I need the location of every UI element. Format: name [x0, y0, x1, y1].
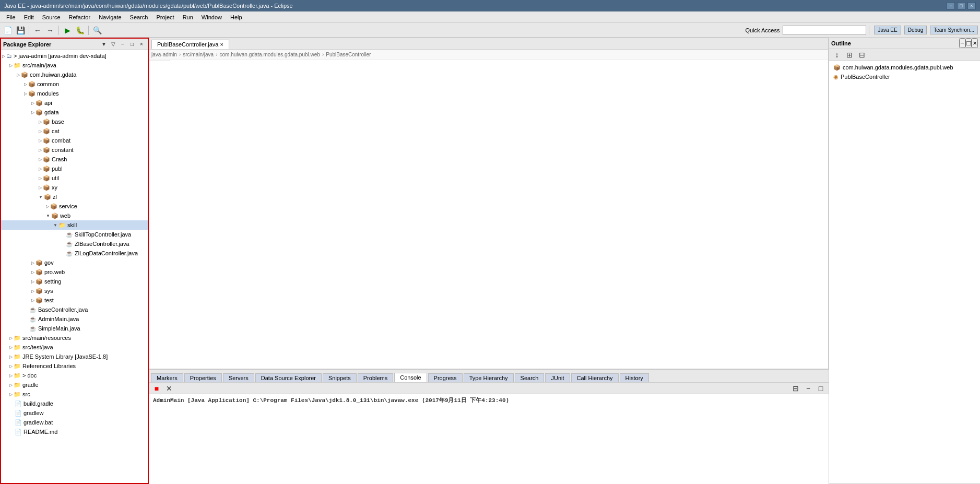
menu-project[interactable]: Project	[152, 13, 178, 21]
tree-item[interactable]: ▷📁Referenced Libraries	[1, 361, 148, 371]
tree-item[interactable]: 📄gradlew	[1, 408, 148, 418]
tree-item[interactable]: 📄build.gradle	[1, 399, 148, 408]
tree-item[interactable]: ☕ZlLogDataController.java	[1, 249, 148, 258]
tree-item[interactable]: ▷📦xy	[1, 183, 148, 192]
debug-perspective[interactable]: Debug	[904, 26, 927, 34]
java-ee-perspective[interactable]: Java EE	[874, 26, 901, 34]
tree-item[interactable]: ▼📁skill	[1, 220, 148, 230]
pe-collapse-btn[interactable]: ▼	[100, 40, 108, 49]
tree-item[interactable]: ▷🗂> java-admin [java-admin dev-xdata]	[1, 51, 148, 61]
tree-item[interactable]: ▷📦setting	[1, 277, 148, 286]
outline-sort-btn[interactable]: ↕	[831, 49, 843, 61]
tab-progress[interactable]: Progress	[428, 373, 463, 382]
tab-data-source-explorer[interactable]: Data Source Explorer	[255, 373, 322, 382]
tree-item[interactable]: ☕SimpleMain.java	[1, 324, 148, 333]
tab-markers[interactable]: Markers	[151, 373, 183, 382]
tree-item[interactable]: ▷📦service	[1, 202, 148, 211]
breadcrumb-src[interactable]: src/main/java	[183, 52, 214, 57]
team-sync-perspective[interactable]: Team Synchron...	[930, 26, 978, 34]
editor-tab-publbasecontroller[interactable]: PublBaseController.java ×	[151, 40, 229, 49]
pe-min-btn[interactable]: −	[119, 40, 127, 49]
clear-console-button[interactable]: ✕	[163, 383, 175, 394]
tab-type-hierarchy[interactable]: Type Hierarchy	[464, 373, 514, 382]
tree-item[interactable]: ▷📁gradle	[1, 380, 148, 389]
tree-item[interactable]: ▷📁src/main/java	[1, 61, 148, 70]
tab-servers[interactable]: Servers	[223, 373, 254, 382]
forward-button[interactable]: →	[44, 25, 56, 36]
tree-item[interactable]: ▷📦sys	[1, 286, 148, 296]
tree-item[interactable]: ☕BaseController.java	[1, 305, 148, 314]
tab-history[interactable]: History	[620, 373, 649, 382]
back-button[interactable]: ←	[32, 25, 43, 36]
tab-console[interactable]: Console	[394, 373, 427, 382]
outline-class[interactable]: ◉ PublBaseController	[831, 72, 978, 81]
menu-search[interactable]: Search	[126, 13, 152, 21]
tree-item[interactable]: ▷📦constant	[1, 145, 148, 155]
breadcrumb-java-admin[interactable]: java-admin	[151, 52, 177, 57]
tab-junit[interactable]: JUnit	[545, 373, 570, 382]
outline-filter-btn[interactable]: ⊞	[844, 49, 855, 61]
tree-item[interactable]: ▷📦common	[1, 79, 148, 89]
outline-collapse-btn[interactable]: ⊟	[856, 49, 868, 61]
tree-item[interactable]: ▼📦web	[1, 211, 148, 220]
breadcrumb-class[interactable]: PublBaseController	[326, 52, 371, 57]
tab-snippets[interactable]: Snippets	[323, 373, 357, 382]
tree-item[interactable]: ▷📦pro.web	[1, 267, 148, 277]
tree-item[interactable]: 📄gradlew.bat	[1, 418, 148, 427]
tree-item[interactable]: ☕ZlBaseController.java	[1, 239, 148, 249]
tab-properties[interactable]: Properties	[184, 373, 222, 382]
tree-item[interactable]: ▷📁src/main/resources	[1, 333, 148, 343]
tree-item[interactable]: ▷📦modules	[1, 89, 148, 98]
code-area[interactable]	[171, 60, 828, 62]
tree-item[interactable]: ▷📦cat	[1, 126, 148, 136]
close-button[interactable]: ×	[967, 2, 976, 9]
tree-item[interactable]: ▷📦com.huiwan.gdata	[1, 70, 148, 79]
run-button[interactable]: ▶	[62, 25, 73, 36]
tree-item[interactable]: ▷📦util	[1, 173, 148, 183]
outline-min-btn[interactable]: −	[959, 38, 965, 48]
menu-run[interactable]: Run	[179, 13, 197, 21]
quick-access-input[interactable]	[783, 26, 866, 35]
tab-call-hierarchy[interactable]: Call Hierarchy	[571, 373, 619, 382]
editor-content[interactable]	[149, 60, 828, 369]
pe-menu-btn[interactable]: ▽	[109, 40, 117, 49]
tree-item[interactable]: ▷📦gov	[1, 258, 148, 267]
menu-help[interactable]: Help	[226, 13, 246, 21]
console-min-button[interactable]: −	[802, 383, 814, 394]
menu-window[interactable]: Window	[197, 13, 226, 21]
stop-button[interactable]: ■	[151, 383, 162, 394]
menu-refactor[interactable]: Refactor	[65, 13, 95, 21]
tree-item[interactable]: ▼📦zl	[1, 192, 148, 202]
search-btn[interactable]: 🔍	[91, 25, 103, 36]
minimize-button[interactable]: −	[947, 2, 955, 9]
debug-button[interactable]: 🐛	[74, 25, 86, 36]
tree-item[interactable]: ☕SkillTopController.java	[1, 230, 148, 239]
tree-item[interactable]: ▷📦api	[1, 98, 148, 108]
tree-item[interactable]: ▷📁> doc	[1, 371, 148, 380]
tree-item[interactable]: ▷📁JRE System Library [JavaSE-1.8]	[1, 352, 148, 361]
menu-file[interactable]: File	[2, 13, 20, 21]
tree-item[interactable]: ▷📦gdata	[1, 108, 148, 117]
tree-item[interactable]: ▷📁src/test/java	[1, 343, 148, 352]
menu-edit[interactable]: Edit	[20, 13, 38, 21]
maximize-button[interactable]: □	[957, 2, 965, 9]
tree-item[interactable]: ▷📦Crash	[1, 155, 148, 164]
pe-max-btn[interactable]: □	[128, 40, 136, 49]
console-options-button[interactable]: ⊟	[790, 383, 801, 394]
menu-source[interactable]: Source	[38, 13, 65, 21]
breadcrumb-package[interactable]: com.huiwan.gdata.modules.gdata.publ.web	[220, 52, 320, 57]
tree-item[interactable]: 📄README.md	[1, 427, 148, 436]
tree-item[interactable]: ▷📦test	[1, 296, 148, 305]
pe-close-btn[interactable]: ×	[137, 40, 146, 49]
console-max-button[interactable]: □	[815, 383, 826, 394]
new-button[interactable]: 📄	[2, 25, 14, 36]
menu-navigate[interactable]: Navigate	[95, 13, 125, 21]
tree-item[interactable]: ▷📦base	[1, 117, 148, 126]
tree-item[interactable]: ☕AdminMain.java	[1, 314, 148, 324]
tab-search[interactable]: Search	[515, 373, 545, 382]
tab-problems[interactable]: Problems	[358, 373, 393, 382]
tree-item[interactable]: ▷📁src	[1, 389, 148, 399]
save-button[interactable]: 💾	[15, 25, 26, 36]
tree-item[interactable]: ▷📦publ	[1, 164, 148, 173]
outline-close-btn[interactable]: ×	[972, 38, 978, 48]
